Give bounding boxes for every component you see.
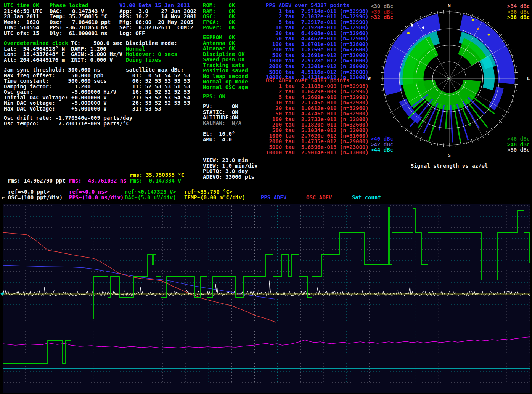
lady-heather-screen: UTC time OK21:48:59 UTC28 Jan 2011Week: … — [0, 0, 532, 394]
plot-area[interactable] — [0, 0, 532, 394]
